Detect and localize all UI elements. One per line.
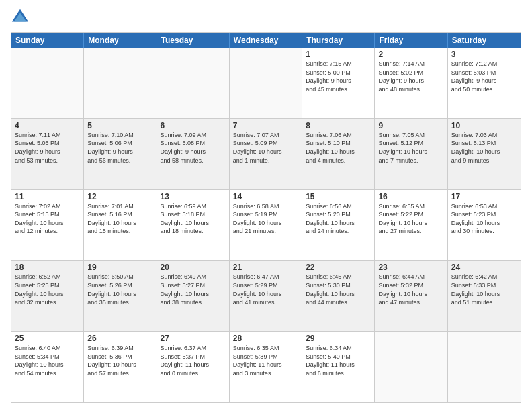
day-cell-25: 25Sunrise: 6:40 AMSunset: 5:34 PMDayligh… <box>11 332 84 402</box>
day-detail: Sunrise: 7:05 AMSunset: 5:12 PMDaylight:… <box>378 131 443 165</box>
header <box>11 8 521 27</box>
day-number: 26 <box>87 334 152 343</box>
calendar: SundayMondayTuesdayWednesdayThursdayFrid… <box>11 32 521 403</box>
day-cell-18: 18Sunrise: 6:52 AMSunset: 5:25 PMDayligh… <box>11 261 84 331</box>
day-number: 12 <box>87 192 152 201</box>
week-row-3: 18Sunrise: 6:52 AMSunset: 5:25 PMDayligh… <box>11 261 521 332</box>
day-detail: Sunrise: 6:35 AMSunset: 5:39 PMDaylight:… <box>233 344 298 377</box>
empty-cell <box>448 332 521 402</box>
day-number: 21 <box>233 263 298 272</box>
day-detail: Sunrise: 7:02 AMSunset: 5:15 PMDaylight:… <box>15 202 80 236</box>
day-number: 28 <box>233 334 298 343</box>
day-detail: Sunrise: 6:59 AMSunset: 5:18 PMDaylight:… <box>161 202 226 236</box>
day-cell-4: 4Sunrise: 7:11 AMSunset: 5:05 PMDaylight… <box>11 119 84 189</box>
day-cell-5: 5Sunrise: 7:10 AMSunset: 5:06 PMDaylight… <box>84 119 157 189</box>
day-detail: Sunrise: 6:53 AMSunset: 5:23 PMDaylight:… <box>451 202 517 236</box>
day-cell-8: 8Sunrise: 7:06 AMSunset: 5:10 PMDaylight… <box>302 119 375 189</box>
calendar-header: SundayMondayTuesdayWednesdayThursdayFrid… <box>11 33 521 48</box>
header-day-wednesday: Wednesday <box>230 33 302 48</box>
day-number: 16 <box>378 192 443 201</box>
header-day-saturday: Saturday <box>448 33 521 48</box>
week-row-0: 1Sunrise: 7:15 AMSunset: 5:00 PMDaylight… <box>11 48 521 119</box>
day-cell-17: 17Sunrise: 6:53 AMSunset: 5:23 PMDayligh… <box>448 190 521 261</box>
day-detail: Sunrise: 6:40 AMSunset: 5:34 PMDaylight:… <box>15 344 80 377</box>
day-detail: Sunrise: 7:11 AMSunset: 5:05 PMDaylight:… <box>15 131 80 165</box>
day-number: 2 <box>378 50 443 59</box>
day-number: 6 <box>161 121 226 130</box>
day-detail: Sunrise: 6:55 AMSunset: 5:22 PMDaylight:… <box>378 202 443 236</box>
header-day-tuesday: Tuesday <box>157 33 230 48</box>
day-cell-19: 19Sunrise: 6:50 AMSunset: 5:26 PMDayligh… <box>84 261 157 331</box>
empty-cell <box>157 48 230 118</box>
empty-cell <box>230 48 302 118</box>
day-cell-29: 29Sunrise: 6:34 AMSunset: 5:40 PMDayligh… <box>302 332 375 402</box>
calendar-body: 1Sunrise: 7:15 AMSunset: 5:00 PMDaylight… <box>11 48 521 402</box>
day-detail: Sunrise: 7:01 AMSunset: 5:16 PMDaylight:… <box>87 202 152 236</box>
day-detail: Sunrise: 6:47 AMSunset: 5:29 PMDaylight:… <box>233 273 298 306</box>
day-detail: Sunrise: 7:07 AMSunset: 5:09 PMDaylight:… <box>233 131 298 165</box>
day-detail: Sunrise: 7:10 AMSunset: 5:06 PMDaylight:… <box>87 131 152 165</box>
empty-cell <box>375 332 447 402</box>
week-row-1: 4Sunrise: 7:11 AMSunset: 5:05 PMDaylight… <box>11 119 521 190</box>
header-day-friday: Friday <box>375 33 447 48</box>
day-cell-15: 15Sunrise: 6:56 AMSunset: 5:20 PMDayligh… <box>302 190 375 261</box>
day-cell-13: 13Sunrise: 6:59 AMSunset: 5:18 PMDayligh… <box>157 190 230 261</box>
day-cell-11: 11Sunrise: 7:02 AMSunset: 5:15 PMDayligh… <box>11 190 84 261</box>
day-detail: Sunrise: 7:06 AMSunset: 5:10 PMDaylight:… <box>306 131 371 165</box>
day-number: 5 <box>87 121 152 130</box>
day-number: 14 <box>233 192 298 201</box>
day-cell-2: 2Sunrise: 7:14 AMSunset: 5:02 PMDaylight… <box>375 48 447 118</box>
day-cell-28: 28Sunrise: 6:35 AMSunset: 5:39 PMDayligh… <box>230 332 302 402</box>
day-cell-6: 6Sunrise: 7:09 AMSunset: 5:08 PMDaylight… <box>157 119 230 189</box>
day-cell-24: 24Sunrise: 6:42 AMSunset: 5:33 PMDayligh… <box>448 261 521 331</box>
day-detail: Sunrise: 6:39 AMSunset: 5:36 PMDaylight:… <box>87 344 152 377</box>
day-cell-9: 9Sunrise: 7:05 AMSunset: 5:12 PMDaylight… <box>375 119 447 189</box>
empty-cell <box>84 48 157 118</box>
logo-icon <box>11 8 30 27</box>
day-detail: Sunrise: 7:03 AMSunset: 5:13 PMDaylight:… <box>451 131 517 165</box>
day-cell-3: 3Sunrise: 7:12 AMSunset: 5:03 PMDaylight… <box>448 48 521 118</box>
week-row-4: 25Sunrise: 6:40 AMSunset: 5:34 PMDayligh… <box>11 332 521 402</box>
day-number: 27 <box>161 334 226 343</box>
day-cell-21: 21Sunrise: 6:47 AMSunset: 5:29 PMDayligh… <box>230 261 302 331</box>
day-detail: Sunrise: 7:15 AMSunset: 5:00 PMDaylight:… <box>306 60 371 93</box>
day-number: 17 <box>451 192 517 201</box>
day-detail: Sunrise: 6:49 AMSunset: 5:27 PMDaylight:… <box>161 273 226 306</box>
day-cell-22: 22Sunrise: 6:45 AMSunset: 5:30 PMDayligh… <box>302 261 375 331</box>
day-number: 24 <box>451 263 517 272</box>
header-day-monday: Monday <box>84 33 157 48</box>
day-number: 23 <box>378 263 443 272</box>
day-cell-7: 7Sunrise: 7:07 AMSunset: 5:09 PMDaylight… <box>230 119 302 189</box>
day-number: 1 <box>306 50 371 59</box>
empty-cell <box>11 48 84 118</box>
day-detail: Sunrise: 6:34 AMSunset: 5:40 PMDaylight:… <box>306 344 371 377</box>
day-number: 29 <box>306 334 371 343</box>
day-detail: Sunrise: 7:12 AMSunset: 5:03 PMDaylight:… <box>451 60 517 93</box>
day-cell-27: 27Sunrise: 6:37 AMSunset: 5:37 PMDayligh… <box>157 332 230 402</box>
day-number: 9 <box>378 121 443 130</box>
day-number: 8 <box>306 121 371 130</box>
day-detail: Sunrise: 6:44 AMSunset: 5:32 PMDaylight:… <box>378 273 443 306</box>
day-cell-23: 23Sunrise: 6:44 AMSunset: 5:32 PMDayligh… <box>375 261 447 331</box>
day-number: 18 <box>15 263 80 272</box>
header-day-sunday: Sunday <box>11 33 84 48</box>
day-detail: Sunrise: 6:50 AMSunset: 5:26 PMDaylight:… <box>87 273 152 306</box>
day-detail: Sunrise: 6:45 AMSunset: 5:30 PMDaylight:… <box>306 273 371 306</box>
day-detail: Sunrise: 7:14 AMSunset: 5:02 PMDaylight:… <box>378 60 443 93</box>
logo <box>11 8 32 27</box>
day-cell-12: 12Sunrise: 7:01 AMSunset: 5:16 PMDayligh… <box>84 190 157 261</box>
header-day-thursday: Thursday <box>302 33 375 48</box>
day-detail: Sunrise: 6:58 AMSunset: 5:19 PMDaylight:… <box>233 202 298 236</box>
day-number: 25 <box>15 334 80 343</box>
day-detail: Sunrise: 6:56 AMSunset: 5:20 PMDaylight:… <box>306 202 371 236</box>
page: SundayMondayTuesdayWednesdayThursdayFrid… <box>0 0 532 411</box>
day-cell-20: 20Sunrise: 6:49 AMSunset: 5:27 PMDayligh… <box>157 261 230 331</box>
day-detail: Sunrise: 6:42 AMSunset: 5:33 PMDaylight:… <box>451 273 517 306</box>
day-cell-14: 14Sunrise: 6:58 AMSunset: 5:19 PMDayligh… <box>230 190 302 261</box>
day-number: 3 <box>451 50 517 59</box>
day-number: 20 <box>161 263 226 272</box>
day-number: 11 <box>15 192 80 201</box>
day-number: 15 <box>306 192 371 201</box>
day-number: 10 <box>451 121 517 130</box>
day-cell-16: 16Sunrise: 6:55 AMSunset: 5:22 PMDayligh… <box>375 190 447 261</box>
